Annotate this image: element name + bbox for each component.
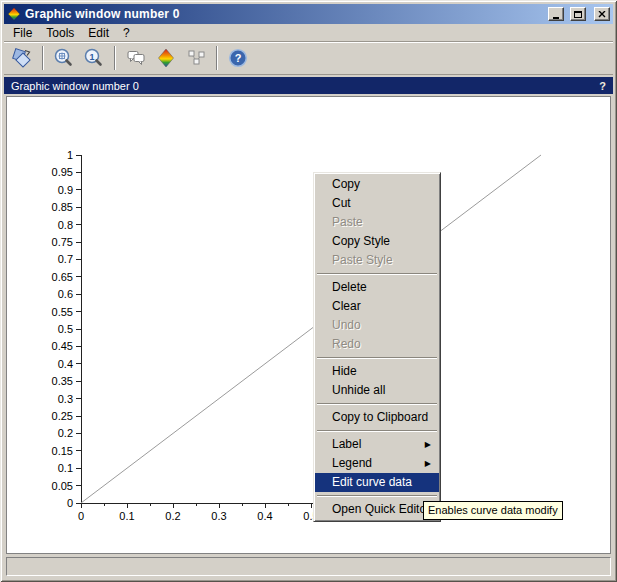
context-menu: CopyCutPasteCopy StylePaste StyleDeleteC… <box>313 172 441 522</box>
graphic-window: Graphic window number 0 File Tools Edit … <box>0 0 617 582</box>
menu-separator <box>317 357 437 359</box>
svg-text:0.1: 0.1 <box>119 510 134 522</box>
toolbar-separator <box>114 46 116 70</box>
svg-text:0.35: 0.35 <box>52 375 73 387</box>
submenu-arrow-icon: ▶ <box>425 435 431 454</box>
help-button[interactable]: ? <box>224 44 252 72</box>
svg-text:0.25: 0.25 <box>52 410 73 422</box>
menu-item-edit-curve-data[interactable]: Edit curve data <box>315 473 439 492</box>
rotate-icon <box>11 47 33 69</box>
menu-item-clear[interactable]: Clear <box>315 297 439 316</box>
svg-text:0.4: 0.4 <box>58 358 73 370</box>
infobar-help-icon[interactable]: ? <box>599 80 606 92</box>
svg-text:0.2: 0.2 <box>58 427 73 439</box>
graphics-editor-icon <box>155 47 177 69</box>
svg-text:0.7: 0.7 <box>58 253 73 265</box>
toolbar-separator <box>216 46 218 70</box>
svg-text:0.85: 0.85 <box>52 201 73 213</box>
svg-text:0.8: 0.8 <box>58 219 73 231</box>
svg-text:0.3: 0.3 <box>58 393 73 405</box>
menu-item-unhide-all[interactable]: Unhide all <box>315 381 439 400</box>
annotations-button[interactable] <box>122 44 150 72</box>
menu-edit[interactable]: Edit <box>81 25 116 41</box>
minimize-button[interactable] <box>548 7 564 21</box>
rotate-button[interactable] <box>8 44 36 72</box>
minimize-icon <box>553 17 559 19</box>
svg-text:0.4: 0.4 <box>257 510 272 522</box>
close-button[interactable] <box>594 7 610 21</box>
status-bar <box>6 557 611 576</box>
svg-text:0.15: 0.15 <box>52 445 73 457</box>
original-view-icon: 1 <box>83 47 105 69</box>
menu-item-open-quick-editor[interactable]: Open Quick Editor <box>315 500 439 519</box>
infobar: Graphic window number 0 ? <box>4 77 613 94</box>
zoom-area-button[interactable] <box>50 44 78 72</box>
maximize-button[interactable] <box>570 7 586 21</box>
datatips-icon <box>185 47 207 69</box>
graphics-editor-button[interactable] <box>152 44 180 72</box>
menu-separator <box>317 430 437 432</box>
svg-text:0: 0 <box>78 510 84 522</box>
annotations-icon <box>125 47 147 69</box>
menu-item-paste-style: Paste Style <box>315 251 439 270</box>
menu-item-redo: Redo <box>315 335 439 354</box>
datatips-button[interactable] <box>182 44 210 72</box>
menu-separator <box>317 403 437 405</box>
menu-item-undo: Undo <box>315 316 439 335</box>
svg-text:0.65: 0.65 <box>52 271 73 283</box>
tooltip: Enables curve data modify <box>423 501 563 520</box>
svg-text:0.95: 0.95 <box>52 166 73 178</box>
svg-text:0.45: 0.45 <box>52 340 73 352</box>
svg-text:0.05: 0.05 <box>52 480 73 492</box>
svg-text:0.55: 0.55 <box>52 306 73 318</box>
svg-text:0.75: 0.75 <box>52 236 73 248</box>
menubar: File Tools Edit ? <box>4 24 613 42</box>
menu-item-copy-style[interactable]: Copy Style <box>315 232 439 251</box>
svg-text:1: 1 <box>89 52 94 62</box>
zoom-area-icon <box>53 47 75 69</box>
menu-help[interactable]: ? <box>116 25 137 41</box>
menu-item-cut[interactable]: Cut <box>315 194 439 213</box>
maximize-icon <box>574 11 582 18</box>
menu-file[interactable]: File <box>6 25 39 41</box>
toolbar: 1 <box>4 42 613 75</box>
submenu-arrow-icon: ▶ <box>425 454 431 473</box>
svg-text:?: ? <box>235 52 242 64</box>
menu-item-paste: Paste <box>315 213 439 232</box>
menu-item-label[interactable]: Label▶ <box>315 435 439 454</box>
svg-text:0.3: 0.3 <box>211 510 226 522</box>
svg-text:0.1: 0.1 <box>58 462 73 474</box>
svg-text:0.6: 0.6 <box>58 288 73 300</box>
titlebar: Graphic window number 0 <box>4 4 613 24</box>
line-chart: 00.050.10.150.20.250.30.350.40.450.50.55… <box>7 97 610 553</box>
svg-text:0.5: 0.5 <box>58 323 73 335</box>
menu-tools[interactable]: Tools <box>39 25 81 41</box>
original-view-button[interactable]: 1 <box>80 44 108 72</box>
plot-canvas[interactable]: 00.050.10.150.20.250.30.350.40.450.50.55… <box>6 96 611 554</box>
menu-separator <box>317 495 437 497</box>
svg-text:0.2: 0.2 <box>165 510 180 522</box>
svg-text:0.9: 0.9 <box>58 184 73 196</box>
close-icon <box>598 11 606 18</box>
help-icon: ? <box>227 47 249 69</box>
infobar-title: Graphic window number 0 <box>11 80 139 92</box>
toolbar-separator <box>42 46 44 70</box>
menu-item-delete[interactable]: Delete <box>315 278 439 297</box>
menu-item-copy-to-clipboard[interactable]: Copy to Clipboard <box>315 408 439 427</box>
menu-item-legend[interactable]: Legend▶ <box>315 454 439 473</box>
svg-text:0: 0 <box>67 497 73 509</box>
window-title: Graphic window number 0 <box>25 7 544 21</box>
menu-separator <box>317 273 437 275</box>
menu-item-copy[interactable]: Copy <box>315 175 439 194</box>
app-icon <box>7 7 21 21</box>
svg-text:1: 1 <box>67 149 73 161</box>
menu-item-hide[interactable]: Hide <box>315 362 439 381</box>
